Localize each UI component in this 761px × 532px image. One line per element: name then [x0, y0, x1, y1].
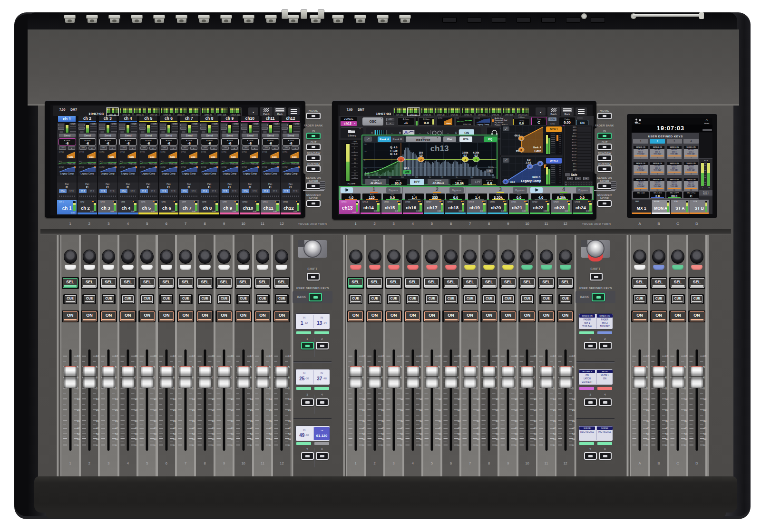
svg-text:5: 5: [477, 366, 478, 368]
svg-text:5: 5: [362, 387, 364, 390]
svg-text:0: 0: [646, 376, 648, 379]
svg-text:Gate: Gate: [231, 156, 236, 158]
svg-text:∞: ∞: [173, 444, 175, 446]
svg-text:80.0: 80.0: [404, 167, 409, 170]
svg-text:0: 0: [288, 376, 290, 379]
svg-text:Bank: A: Bank: A: [533, 146, 542, 149]
svg-text:10: 10: [250, 355, 253, 358]
svg-text:20: 20: [135, 408, 137, 411]
svg-text:Gate: Gate: [89, 156, 94, 158]
svg-text:0: 0: [96, 376, 98, 379]
svg-text:∞: ∞: [115, 444, 117, 446]
svg-text:10: 10: [269, 355, 272, 358]
svg-text:0: 0: [684, 376, 686, 379]
svg-text:40: 40: [288, 427, 291, 430]
svg-text:40: 40: [572, 427, 575, 430]
svg-text:60: 60: [212, 437, 215, 440]
svg-text:50: 50: [231, 433, 234, 435]
svg-text:20: 20: [364, 143, 367, 145]
svg-text:5: 5: [269, 387, 271, 390]
svg-text:5: 5: [288, 387, 290, 390]
svg-text:50: 50: [192, 433, 195, 435]
svg-text:5: 5: [231, 387, 232, 390]
svg-text:5: 5: [154, 366, 155, 368]
svg-text:Gate: Gate: [190, 156, 195, 158]
svg-text:∞: ∞: [534, 444, 536, 446]
svg-text:0: 0: [665, 376, 667, 379]
svg-text:10: 10: [572, 355, 575, 358]
svg-text:30: 30: [212, 419, 215, 422]
svg-text:HPF: HPF: [405, 171, 410, 174]
svg-text:60: 60: [572, 437, 575, 440]
svg-text:∞: ∞: [515, 444, 517, 446]
svg-text:60: 60: [250, 437, 253, 440]
svg-text:50: 50: [115, 433, 118, 435]
svg-text:50: 50: [250, 433, 253, 435]
svg-text:∞: ∞: [250, 444, 252, 446]
svg-text:R: R: [520, 149, 522, 152]
svg-text:5: 5: [572, 366, 574, 368]
svg-text:5: 5: [381, 366, 383, 368]
svg-text:0: 0: [269, 376, 271, 379]
svg-text:20: 20: [269, 408, 272, 411]
svg-text:10: 10: [192, 397, 195, 400]
svg-text:60: 60: [231, 437, 234, 440]
svg-text:0: 0: [400, 376, 402, 379]
svg-text:Gate: Gate: [252, 156, 257, 158]
svg-text:∞: ∞: [553, 444, 555, 446]
svg-text:0: 0: [420, 376, 421, 379]
svg-text:10: 10: [231, 397, 234, 400]
svg-text:40: 40: [250, 427, 253, 430]
svg-text:0: 0: [212, 376, 213, 379]
svg-text:5: 5: [496, 366, 497, 368]
svg-text:50: 50: [154, 433, 156, 435]
svg-text:5: 5: [288, 366, 290, 368]
svg-text:Gate: Gate: [129, 156, 135, 158]
svg-text:Gate: Gate: [446, 122, 451, 125]
svg-text:30: 30: [288, 419, 291, 422]
svg-text:∞: ∞: [665, 444, 667, 446]
svg-text:40: 40: [212, 427, 215, 430]
svg-text:0: 0: [458, 376, 459, 379]
svg-text:20: 20: [212, 408, 215, 411]
svg-text:0: 0: [534, 376, 535, 379]
svg-text:20: 20: [288, 408, 291, 411]
svg-text:5: 5: [135, 366, 136, 368]
svg-text:5: 5: [212, 366, 213, 368]
svg-text:0: 0: [703, 376, 705, 379]
svg-text:10: 10: [115, 397, 118, 400]
svg-text:0: 0: [362, 376, 364, 379]
svg-text:2.5:1: 2.5:1: [526, 161, 531, 164]
svg-text:60: 60: [269, 437, 272, 440]
svg-text:5: 5: [269, 366, 271, 368]
svg-text:40: 40: [703, 427, 706, 430]
svg-text:20: 20: [115, 408, 118, 411]
svg-text:30: 30: [250, 419, 253, 422]
svg-text:ch13: ch13: [430, 144, 449, 153]
svg-text:5: 5: [400, 387, 402, 390]
svg-text:R: R: [539, 163, 541, 165]
svg-text:5: 5: [703, 366, 705, 368]
svg-text:60: 60: [192, 437, 195, 440]
svg-text:30: 30: [703, 419, 706, 422]
svg-text:10: 10: [250, 397, 253, 400]
svg-text:30: 30: [231, 419, 234, 422]
svg-text:20: 20: [231, 408, 234, 411]
svg-text:30: 30: [96, 419, 99, 422]
svg-text:5: 5: [192, 387, 194, 390]
svg-text:20: 20: [154, 408, 156, 411]
svg-text:10: 10: [364, 150, 367, 153]
svg-text:-26.0: -26.0: [514, 134, 520, 137]
svg-text:60: 60: [173, 437, 176, 440]
svg-text:10: 10: [231, 355, 234, 358]
svg-text:60: 60: [96, 437, 99, 440]
svg-text:5: 5: [646, 366, 648, 368]
svg-text:0: 0: [231, 376, 232, 379]
svg-text:40: 40: [135, 427, 137, 430]
svg-text:∞: ∞: [439, 444, 440, 446]
svg-text:50: 50: [173, 433, 176, 435]
svg-text:5: 5: [534, 387, 535, 390]
svg-text:∞: ∞: [212, 444, 214, 446]
svg-text:0: 0: [553, 376, 555, 379]
svg-text:60: 60: [135, 437, 137, 440]
